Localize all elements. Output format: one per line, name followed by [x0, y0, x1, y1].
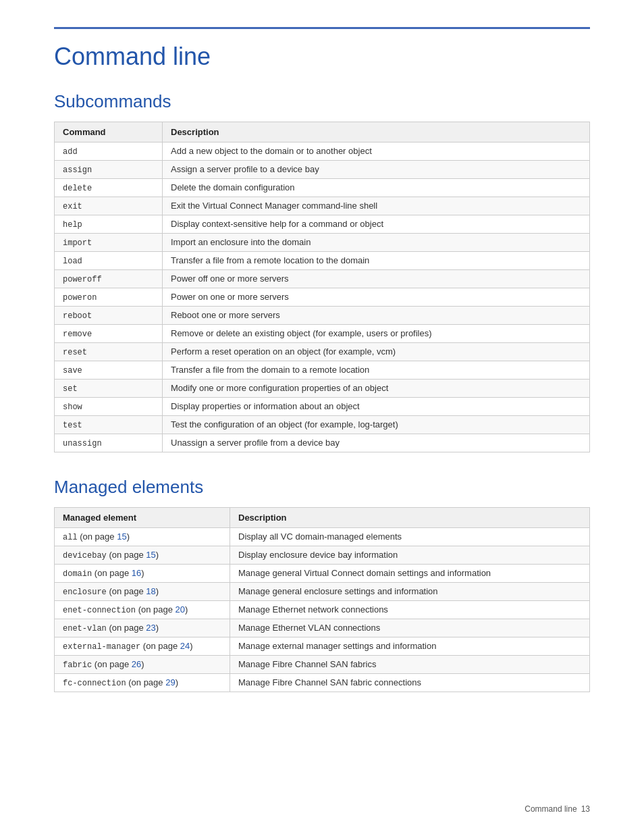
col-header-description: Description [230, 508, 590, 528]
page-link[interactable]: 15 [117, 531, 126, 542]
table-row: assignAssign a server profile to a devic… [55, 161, 590, 179]
description-cell: Display context-sensitive help for a com… [163, 215, 590, 234]
table-row: poweroffPower off one or more servers [55, 270, 590, 288]
managed-element-cell: external-manager (on page 24) [55, 637, 230, 656]
col-header-managed-element: Managed element [55, 508, 230, 528]
command-cell: import [55, 234, 163, 252]
table-row: rebootReboot one or more servers [55, 307, 590, 325]
table-row: deleteDelete the domain configuration [55, 179, 590, 197]
table-row: testTest the configuration of an object … [55, 416, 590, 434]
footer-text: Command line [525, 804, 576, 814]
col-header-command: Command [55, 122, 163, 142]
page-link[interactable]: 16 [132, 568, 141, 578]
page-link[interactable]: 24 [180, 641, 190, 651]
description-cell: Manage general enclosure settings and in… [230, 583, 590, 601]
managed-element-cell: enclosure (on page 18) [55, 583, 230, 601]
table-row: enclosure (on page 18)Manage general enc… [55, 583, 590, 601]
table-row: resetPerform a reset operation on an obj… [55, 343, 590, 361]
page-link[interactable]: 29 [165, 677, 175, 687]
description-cell: Unassign a server profile from a device … [163, 434, 590, 452]
section-title-subcommands: Subcommands [54, 91, 590, 112]
table-row: helpDisplay context-sensitive help for a… [55, 215, 590, 234]
page-link[interactable]: 20 [176, 604, 185, 615]
description-cell: Transfer a file from a remote location t… [163, 252, 590, 270]
description-cell: Display properties or information about … [163, 398, 590, 416]
command-cell: reset [55, 343, 163, 361]
table-row: enet-connection (on page 20)Manage Ether… [55, 601, 590, 619]
table-row: importImport an enclosure into the domai… [55, 234, 590, 252]
description-cell: Exit the Virtual Connect Manager command… [163, 197, 590, 215]
table-row: devicebay (on page 15)Display enclosure … [55, 546, 590, 565]
command-cell: delete [55, 179, 163, 197]
description-cell: Add a new object to the domain or to ano… [163, 142, 590, 161]
table-row: removeRemove or delete an existing objec… [55, 325, 590, 343]
section-title-managed-elements: Managed elements [54, 477, 590, 498]
footer: Command line 13 [525, 804, 590, 814]
table-row: enet-vlan (on page 23)Manage Ethernet VL… [55, 619, 590, 637]
managed-element-cell: fc-connection (on page 29) [55, 674, 230, 692]
table-row: loadTransfer a file from a remote locati… [55, 252, 590, 270]
managed-element-cell: enet-vlan (on page 23) [55, 619, 230, 637]
description-cell: Delete the domain configuration [163, 179, 590, 197]
col-header-description: Description [163, 122, 590, 142]
description-cell: Manage general Virtual Connect domain se… [230, 565, 590, 583]
command-cell: exit [55, 197, 163, 215]
managed-element-cell: enet-connection (on page 20) [55, 601, 230, 619]
description-cell: Manage external manager settings and inf… [230, 637, 590, 656]
description-cell: Import an enclosure into the domain [163, 234, 590, 252]
table-row: poweronPower on one or more servers [55, 288, 590, 307]
table-row: external-manager (on page 24)Manage exte… [55, 637, 590, 656]
command-cell: poweroff [55, 270, 163, 288]
subcommands-table: Command Description addAdd a new object … [54, 122, 590, 452]
table-row: addAdd a new object to the domain or to … [55, 142, 590, 161]
command-cell: assign [55, 161, 163, 179]
description-cell: Perform a reset operation on an object (… [163, 343, 590, 361]
description-cell: Remove or delete an existing object (for… [163, 325, 590, 343]
table-row: exitExit the Virtual Connect Manager com… [55, 197, 590, 215]
table-row: setModify one or more configuration prop… [55, 380, 590, 398]
page-title: Command line [54, 43, 590, 71]
table-row: unassignUnassign a server profile from a… [55, 434, 590, 452]
page: Command line Subcommands Command Descrip… [0, 0, 644, 834]
description-cell: Test the configuration of an object (for… [163, 416, 590, 434]
description-cell: Display all VC domain-managed elements [230, 528, 590, 546]
command-cell: unassign [55, 434, 163, 452]
command-cell: remove [55, 325, 163, 343]
command-cell: set [55, 380, 163, 398]
command-cell: help [55, 215, 163, 234]
table-header-row: Managed element Description [55, 508, 590, 528]
description-cell: Display enclosure device bay information [230, 546, 590, 565]
page-link[interactable]: 15 [146, 550, 155, 560]
table-row: saveTransfer a file from the domain to a… [55, 361, 590, 380]
description-cell: Assign a server profile to a device bay [163, 161, 590, 179]
managed-elements-table: Managed element Description all (on page… [54, 507, 590, 692]
description-cell: Power off one or more servers [163, 270, 590, 288]
command-cell: save [55, 361, 163, 380]
description-cell: Reboot one or more servers [163, 307, 590, 325]
table-row: all (on page 15)Display all VC domain-ma… [55, 528, 590, 546]
top-border [54, 27, 590, 29]
table-row: fc-connection (on page 29)Manage Fibre C… [55, 674, 590, 692]
description-cell: Transfer a file from the domain to a rem… [163, 361, 590, 380]
description-cell: Modify one or more configuration propert… [163, 380, 590, 398]
page-link[interactable]: 23 [146, 623, 155, 633]
command-cell: load [55, 252, 163, 270]
table-row: showDisplay properties or information ab… [55, 398, 590, 416]
managed-element-cell: domain (on page 16) [55, 565, 230, 583]
page-link[interactable]: 18 [146, 586, 155, 596]
description-cell: Power on one or more servers [163, 288, 590, 307]
description-cell: Manage Fibre Channel SAN fabric connecti… [230, 674, 590, 692]
table-header-row: Command Description [55, 122, 590, 142]
table-row: fabric (on page 26)Manage Fibre Channel … [55, 656, 590, 674]
description-cell: Manage Ethernet VLAN connections [230, 619, 590, 637]
managed-element-cell: devicebay (on page 15) [55, 546, 230, 565]
description-cell: Manage Ethernet network connections [230, 601, 590, 619]
command-cell: test [55, 416, 163, 434]
command-cell: poweron [55, 288, 163, 307]
page-link[interactable]: 26 [132, 659, 141, 669]
managed-element-cell: all (on page 15) [55, 528, 230, 546]
table-row: domain (on page 16)Manage general Virtua… [55, 565, 590, 583]
command-cell: show [55, 398, 163, 416]
description-cell: Manage Fibre Channel SAN fabrics [230, 656, 590, 674]
footer-page-number: 13 [581, 804, 590, 814]
